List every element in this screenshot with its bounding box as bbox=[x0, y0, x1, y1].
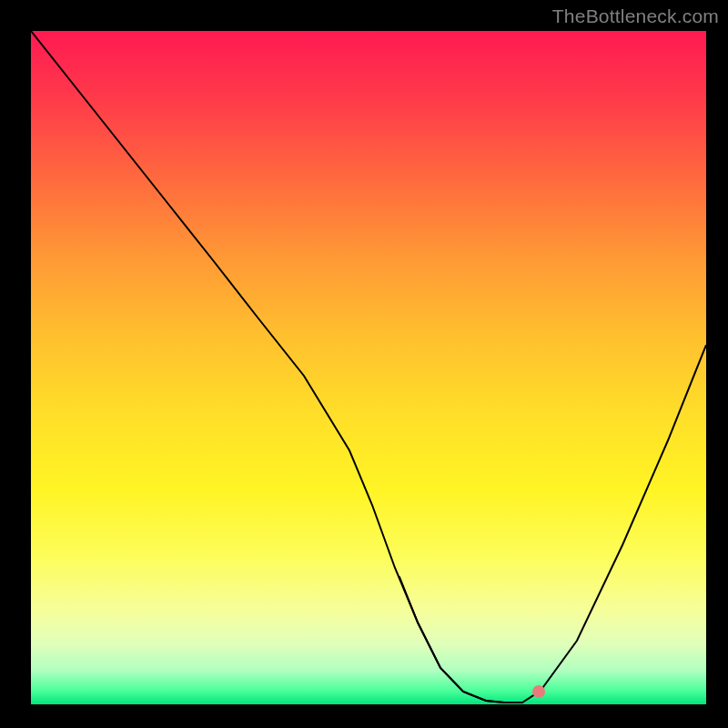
marker-segment bbox=[399, 577, 522, 703]
curve-layer bbox=[31, 31, 706, 704]
plot-area bbox=[31, 31, 706, 704]
attribution-label: TheBottleneck.com bbox=[552, 5, 719, 27]
chart-canvas: TheBottleneck.com bbox=[0, 0, 728, 728]
curve-path bbox=[31, 31, 706, 703]
marker-dot bbox=[532, 685, 545, 698]
